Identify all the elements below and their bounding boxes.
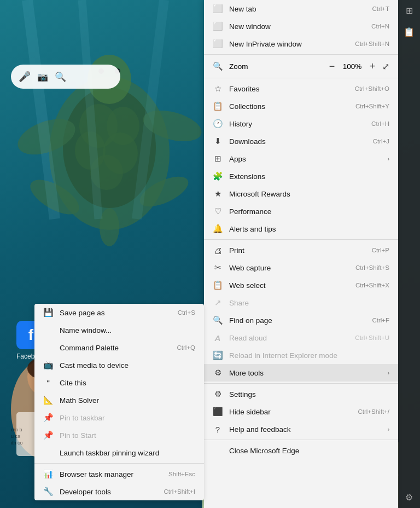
new-window-shortcut: Ctrl+N xyxy=(371,23,389,30)
browser-task-mgr-icon: 📊 xyxy=(43,469,53,479)
close-edge-label: Close Microsoft Edge xyxy=(229,447,389,455)
save-page-shortcut: Ctrl+S xyxy=(178,309,195,316)
share-icon: ↗ xyxy=(213,298,223,308)
performance-label: Performance xyxy=(229,207,389,216)
share-label: Share xyxy=(229,299,389,307)
menu-collections[interactable]: 📋 Collections Ctrl+Shift+Y xyxy=(204,97,398,115)
command-palette-icon xyxy=(43,343,53,353)
developer-tools-label: Developer tools xyxy=(60,488,159,496)
sub-pin-start[interactable]: 📌 Pin to Start xyxy=(34,426,204,444)
menu-web-select[interactable]: 📋 Web select Ctrl+Shift+X xyxy=(204,276,398,294)
menu-share[interactable]: ↗ Share xyxy=(204,294,398,311)
more-tools-label: More tools xyxy=(229,369,384,377)
menu-favorites[interactable]: ☆ Favorites Ctrl+Shift+O xyxy=(204,80,398,97)
favorites-shortcut: Ctrl+Shift+O xyxy=(355,85,389,92)
sidebar-icon-2[interactable]: 📋 xyxy=(404,27,415,37)
zoom-fullscreen-button[interactable]: ⤢ xyxy=(382,61,389,72)
web-capture-shortcut: Ctrl+Shift+S xyxy=(355,264,389,271)
sub-cite-this[interactable]: " Cite this xyxy=(34,374,204,391)
menu-new-window[interactable]: ⬜ New window Ctrl+N xyxy=(204,18,398,35)
new-tab-shortcut: Ctrl+T xyxy=(372,5,389,12)
menu-more-tools[interactable]: ⚙ More tools › xyxy=(204,364,398,382)
main-menu: ⬜ New tab Ctrl+T ⬜ New window Ctrl+N ⬜ N… xyxy=(204,0,398,508)
search-icon[interactable]: 🔍 xyxy=(55,71,66,83)
menu-history[interactable]: 🕐 History Ctrl+H xyxy=(204,115,398,132)
inprivate-shortcut: Ctrl+Shift+N xyxy=(355,41,389,47)
ie-mode-label: Reload in Internet Explorer mode xyxy=(229,351,389,360)
sub-launch-wizard[interactable]: Launch taskbar pinning wizard xyxy=(34,444,204,461)
zoom-label: Zoom xyxy=(229,62,325,71)
search-bar[interactable]: 🎤 📷 🔍 xyxy=(11,65,120,89)
sub-name-window[interactable]: Name window... xyxy=(34,321,204,339)
svg-text:ith co: ith co xyxy=(11,440,23,446)
menu-inprivate[interactable]: ⬜ New InPrivate window Ctrl+Shift+N xyxy=(204,35,398,53)
favorites-label: Favorites xyxy=(229,85,351,93)
new-window-icon: ⬜ xyxy=(213,21,223,31)
sub-save-page[interactable]: 💾 Save page as Ctrl+S xyxy=(34,304,204,321)
menu-extensions[interactable]: 🧩 Extensions xyxy=(204,168,398,185)
new-tab-label: New tab xyxy=(229,5,368,13)
sidebar-icon-1[interactable]: ⊞ xyxy=(406,5,413,16)
close-edge-icon xyxy=(213,446,223,455)
menu-web-capture[interactable]: ✂ Web capture Ctrl+Shift+S xyxy=(204,259,398,276)
sub-pin-taskbar[interactable]: 📌 Pin to taskbar xyxy=(34,409,204,426)
sub-developer-tools[interactable]: 🔧 Developer tools Ctrl+Shift+I xyxy=(34,483,204,500)
menu-close-edge[interactable]: Close Microsoft Edge xyxy=(204,442,398,459)
pin-start-icon: 📌 xyxy=(43,430,53,440)
divider-4 xyxy=(204,383,398,384)
browser-task-mgr-label: Browser task manager xyxy=(60,470,164,478)
save-page-icon: 💾 xyxy=(43,308,53,318)
menu-read-aloud[interactable]: A Read aloud Ctrl+Shift+U xyxy=(204,329,398,347)
menu-settings[interactable]: ⚙ Settings xyxy=(204,385,398,403)
print-label: Print xyxy=(229,246,368,255)
sub-menu-more-tools: 💾 Save page as Ctrl+S Name window... Com… xyxy=(34,304,204,500)
menu-print[interactable]: 🖨 Print Ctrl+P xyxy=(204,241,398,259)
menu-ie-mode[interactable]: 🔄 Reload in Internet Explorer mode xyxy=(204,347,398,364)
new-window-label: New window xyxy=(229,22,367,31)
menu-apps[interactable]: ⊞ Apps › xyxy=(204,150,398,168)
apps-label: Apps xyxy=(229,155,384,163)
settings-icon: ⚙ xyxy=(213,389,223,399)
menu-hide-sidebar[interactable]: ⬛ Hide sidebar Ctrl+Shift+/ xyxy=(204,403,398,420)
find-icon: 🔍 xyxy=(213,315,223,325)
developer-tools-shortcut: Ctrl+Shift+I xyxy=(164,488,195,495)
menu-downloads[interactable]: ⬇ Downloads Ctrl+J xyxy=(204,132,398,150)
name-window-label: Name window... xyxy=(60,326,195,334)
apps-icon: ⊞ xyxy=(213,154,223,164)
sub-cast-media[interactable]: 📺 Cast media to device xyxy=(34,356,204,374)
inprivate-icon: ⬜ xyxy=(213,39,223,49)
collections-icon: 📋 xyxy=(213,101,223,111)
mic-icon[interactable]: 🎤 xyxy=(19,71,31,83)
web-capture-label: Web capture xyxy=(229,264,351,272)
hide-sidebar-shortcut: Ctrl+Shift+/ xyxy=(358,408,389,415)
performance-icon: ♡ xyxy=(213,206,223,216)
launch-wizard-icon xyxy=(43,448,53,458)
find-shortcut: Ctrl+F xyxy=(372,317,389,324)
camera-icon[interactable]: 📷 xyxy=(37,72,48,82)
divider-5 xyxy=(204,440,398,440)
zoom-minus-button[interactable]: − xyxy=(325,60,339,73)
sub-command-palette[interactable]: Command Palette Ctrl+Q xyxy=(34,339,204,356)
print-shortcut: Ctrl+P xyxy=(372,247,389,253)
sub-browser-task-mgr[interactable]: 📊 Browser task manager Shift+Esc xyxy=(34,465,204,483)
sub-math-solver[interactable]: 📐 Math Solver xyxy=(34,391,204,409)
divider-2 xyxy=(204,78,398,78)
ms-rewards-icon: ★ xyxy=(213,189,223,199)
help-icon: ? xyxy=(213,424,223,434)
menu-help[interactable]: ? Help and feedback › xyxy=(204,420,398,438)
menu-ms-rewards[interactable]: ★ Microsoft Rewards xyxy=(204,185,398,203)
menu-performance[interactable]: ♡ Performance xyxy=(204,203,398,220)
pin-taskbar-label: Pin to taskbar xyxy=(60,414,195,422)
web-select-icon: 📋 xyxy=(213,280,223,290)
menu-alerts[interactable]: 🔔 Alerts and tips xyxy=(204,220,398,238)
menu-new-tab[interactable]: ⬜ New tab Ctrl+T xyxy=(204,0,398,18)
zoom-plus-button[interactable]: + xyxy=(366,60,379,73)
find-label: Find on page xyxy=(229,316,368,325)
history-shortcut: Ctrl+H xyxy=(371,120,389,127)
print-icon: 🖨 xyxy=(213,245,223,255)
pin-start-label: Pin to Start xyxy=(60,431,195,440)
svg-point-12 xyxy=(100,208,119,246)
sidebar-gear-icon[interactable]: ⚙ xyxy=(405,492,413,503)
pin-taskbar-icon: 📌 xyxy=(43,413,53,423)
menu-find-on-page[interactable]: 🔍 Find on page Ctrl+F xyxy=(204,311,398,329)
